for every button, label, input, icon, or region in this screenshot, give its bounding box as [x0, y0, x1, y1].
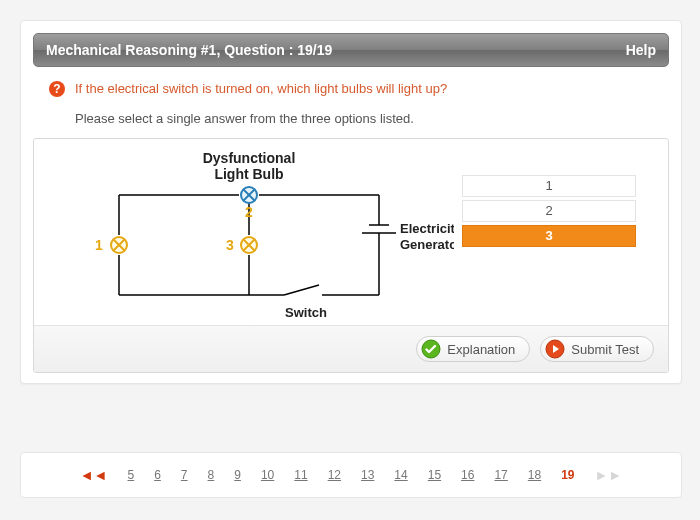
bulb-1-label: 1	[95, 237, 103, 253]
submit-label: Submit Test	[571, 342, 639, 357]
help-button[interactable]: Help	[626, 42, 656, 58]
bulb-2-label: 2	[245, 204, 253, 220]
generator-label-2: Generator	[400, 237, 454, 252]
option-2[interactable]: 2	[462, 200, 636, 222]
pager-link[interactable]: 14	[394, 468, 407, 482]
pager-link[interactable]: 9	[234, 468, 241, 482]
question-mark-icon: ?	[49, 81, 65, 97]
circuit-diagram: Dysfunctional Light Bulb 2 1 3 Electrici…	[44, 145, 454, 325]
pager-link[interactable]: 17	[494, 468, 507, 482]
submit-button[interactable]: Submit Test	[540, 336, 654, 362]
switch-label: Switch	[285, 305, 327, 320]
pager-link[interactable]: 12	[328, 468, 341, 482]
question-row: ? If the electrical switch is turned on,…	[21, 79, 681, 101]
generator-label-1: Electricity	[400, 221, 454, 236]
pager-link[interactable]: 6	[154, 468, 161, 482]
pager: ◄◄ 5 6 7 8 9 10 11 12 13 14 15 16 17 18 …	[20, 452, 682, 498]
bulb-3-label: 3	[226, 237, 234, 253]
dysfunctional-label-2: Light Bulb	[214, 166, 283, 182]
pager-link[interactable]: 5	[127, 468, 134, 482]
explanation-button[interactable]: Explanation	[416, 336, 530, 362]
pager-link[interactable]: 7	[181, 468, 188, 482]
svg-line-9	[284, 285, 319, 295]
quiz-card: Mechanical Reasoning #1, Question : 19/1…	[20, 20, 682, 384]
pager-link[interactable]: 13	[361, 468, 374, 482]
header-title: Mechanical Reasoning #1, Question : 19/1…	[46, 42, 332, 58]
pager-link[interactable]: 10	[261, 468, 274, 482]
pager-link[interactable]: 15	[428, 468, 441, 482]
explanation-label: Explanation	[447, 342, 515, 357]
pager-next-icon[interactable]: ►►	[595, 467, 623, 483]
pager-prev-icon[interactable]: ◄◄	[80, 467, 108, 483]
header-bar: Mechanical Reasoning #1, Question : 19/1…	[33, 33, 669, 67]
question-text: If the electrical switch is turned on, w…	[75, 81, 447, 96]
instruction-text: Please select a single answer from the t…	[21, 101, 681, 138]
option-3[interactable]: 3	[462, 225, 636, 247]
check-circle-icon	[421, 339, 441, 359]
dysfunctional-label-1: Dysfunctional	[203, 150, 296, 166]
pager-link[interactable]: 11	[294, 468, 307, 482]
pager-link[interactable]: 8	[208, 468, 215, 482]
answer-options: 1 2 3	[454, 145, 658, 325]
pager-current: 19	[561, 468, 574, 482]
button-bar: Explanation Submit Test	[34, 325, 668, 372]
content-panel: Dysfunctional Light Bulb 2 1 3 Electrici…	[33, 138, 669, 373]
play-circle-icon	[545, 339, 565, 359]
pager-link[interactable]: 18	[528, 468, 541, 482]
pager-link[interactable]: 16	[461, 468, 474, 482]
option-1[interactable]: 1	[462, 175, 636, 197]
